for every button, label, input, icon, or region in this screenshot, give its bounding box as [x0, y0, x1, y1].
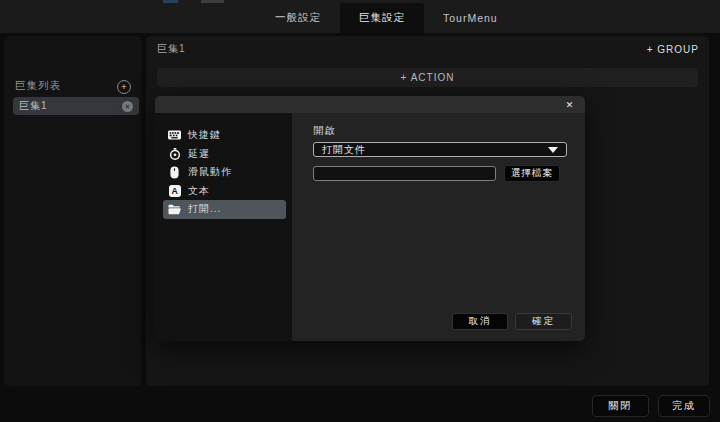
mouse-icon: [168, 166, 181, 179]
ok-button[interactable]: 確定: [515, 313, 572, 330]
add-action-button[interactable]: + ACTION: [157, 68, 698, 87]
dropdown-selected-value: 打開文件: [322, 143, 548, 157]
open-type-dropdown[interactable]: 打開文件: [313, 142, 567, 157]
menu-item-label: 打開...: [188, 202, 221, 216]
dialog-body: 快捷鍵 延遲: [155, 113, 585, 341]
timer-icon: [168, 147, 181, 160]
folder-icon: [168, 203, 181, 216]
open-file-form: 開啟 打開文件 選擇檔案: [292, 113, 585, 341]
dialog-close-icon[interactable]: ✕: [563, 98, 576, 111]
clipped-top-decoration-gray: [201, 0, 224, 3]
remove-macro-icon[interactable]: ✕: [122, 101, 133, 112]
action-editor-dialog: ✕: [155, 96, 585, 341]
macro-item-label: 巨集1: [19, 99, 122, 113]
done-button[interactable]: 完成: [658, 395, 710, 417]
add-macro-button[interactable]: +: [117, 80, 131, 94]
menu-item-delay[interactable]: 延遲: [163, 145, 286, 164]
menu-item-mouse-action[interactable]: 滑鼠動作: [163, 163, 286, 182]
menu-item-label: 滑鼠動作: [188, 165, 232, 179]
menu-item-label: 文本: [188, 184, 210, 198]
menu-item-open-file[interactable]: 打開...: [163, 200, 286, 219]
menu-item-text[interactable]: A 文本: [163, 182, 286, 201]
menu-item-label: 延遲: [188, 147, 210, 161]
keyboard-icon: [168, 129, 181, 142]
close-window-button[interactable]: 關閉: [592, 395, 649, 417]
macro-list-title: 巨集列表: [15, 79, 61, 93]
clipped-top-decoration-blue: [163, 0, 178, 3]
add-group-button[interactable]: + GROUP: [647, 44, 699, 55]
chevron-down-icon: [548, 147, 558, 153]
svg-text:A: A: [171, 186, 178, 196]
app-window: 一般設定 巨集設定 TourMenu 巨集列表 + 巨集1 ✕ 巨集1 + GR…: [0, 0, 720, 422]
top-tab-bar: 一般設定 巨集設定 TourMenu: [0, 0, 720, 33]
tab-tourmenu[interactable]: TourMenu: [424, 3, 517, 33]
tab-strip: 一般設定 巨集設定 TourMenu: [256, 0, 517, 33]
cancel-button[interactable]: 取消: [452, 313, 508, 330]
text-icon: A: [168, 184, 181, 197]
menu-item-shortcut-key[interactable]: 快捷鍵: [163, 126, 286, 145]
macro-list-header: 巨集列表 +: [15, 79, 133, 93]
macro-editor-title: 巨集1: [157, 42, 186, 56]
macro-editor-header: 巨集1 + GROUP: [157, 42, 699, 56]
macro-list-panel: 巨集列表 + 巨集1 ✕: [4, 36, 141, 386]
macro-list-item[interactable]: 巨集1 ✕: [13, 97, 139, 115]
action-type-menu: 快捷鍵 延遲: [155, 113, 292, 341]
dialog-titlebar[interactable]: ✕: [155, 96, 585, 113]
open-label: 開啟: [313, 124, 336, 138]
file-path-input[interactable]: [313, 166, 496, 181]
menu-item-label: 快捷鍵: [188, 128, 221, 142]
tab-general-settings[interactable]: 一般設定: [256, 3, 340, 33]
choose-file-button[interactable]: 選擇檔案: [504, 165, 560, 182]
tab-macro-settings[interactable]: 巨集設定: [340, 3, 424, 33]
